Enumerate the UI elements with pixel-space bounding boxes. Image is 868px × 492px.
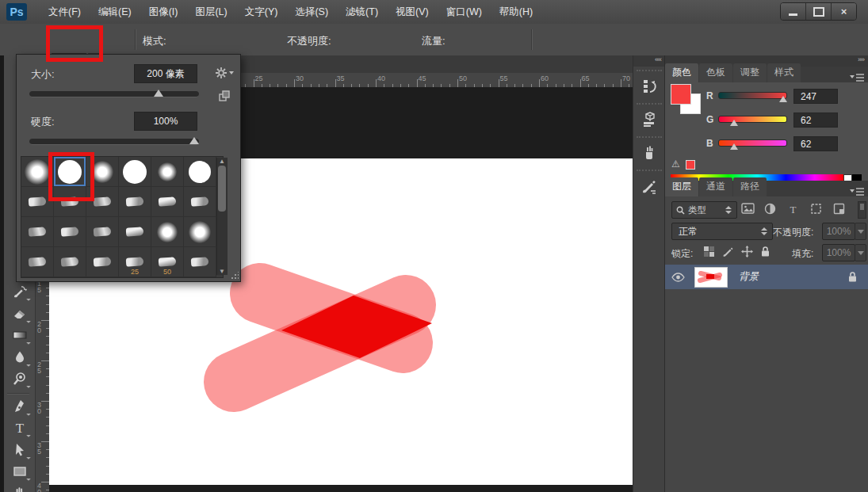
- channel-slider-thumb-B[interactable]: [730, 143, 738, 150]
- blend-mode-select-layers[interactable]: 正常: [671, 223, 773, 240]
- lock-position-icon[interactable]: [741, 246, 753, 257]
- panel-resize-grip[interactable]: [231, 272, 239, 280]
- scrollbar-thumb[interactable]: [218, 166, 226, 212]
- color-tab-色板[interactable]: 色板: [699, 63, 732, 82]
- channel-slider-R[interactable]: [718, 92, 787, 99]
- menu-文字Y[interactable]: 文字(Y): [236, 2, 287, 22]
- brush-preset-cell[interactable]: [184, 217, 216, 247]
- filter-shape-icon[interactable]: [810, 203, 822, 215]
- menu-窗口W[interactable]: 窗口(W): [438, 2, 491, 22]
- menu-图像I[interactable]: 图像(I): [140, 2, 187, 22]
- layers-opacity-caret[interactable]: [855, 223, 866, 240]
- channel-slider-B[interactable]: [718, 139, 787, 147]
- gamut-warning-icon[interactable]: ⚠: [671, 158, 680, 170]
- brush-preset-cell[interactable]: [151, 217, 184, 247]
- menu-视图V[interactable]: 视图(V): [387, 2, 438, 22]
- maximize-button[interactable]: [805, 3, 831, 20]
- layer-row-background[interactable]: 背景: [665, 265, 868, 289]
- brush-preset-cell[interactable]: [151, 187, 184, 217]
- channel-slider-thumb-R[interactable]: [779, 96, 787, 102]
- eraser-tool[interactable]: [10, 304, 30, 323]
- minimize-button[interactable]: [781, 3, 805, 20]
- menu-帮助H[interactable]: 帮助(H): [491, 2, 541, 22]
- brush-preset-cell[interactable]: [184, 157, 216, 187]
- hardness-field[interactable]: 100%: [134, 112, 197, 131]
- blur-tool[interactable]: [10, 348, 30, 367]
- brush-preset-cell[interactable]: [54, 217, 86, 247]
- dodge-tool[interactable]: [10, 369, 30, 388]
- hand-tool[interactable]: [10, 484, 30, 492]
- layers-tab-通道[interactable]: 通道: [699, 177, 732, 196]
- pen-tool[interactable]: [10, 397, 30, 416]
- gamut-color-swatch[interactable]: [686, 160, 695, 170]
- channel-slider-G[interactable]: [718, 116, 787, 123]
- properties-panel-button[interactable]: [637, 103, 662, 135]
- panel-menu-icon[interactable]: [850, 73, 864, 82]
- brush-preset-cell[interactable]: [21, 247, 54, 277]
- channel-value-G[interactable]: 62: [793, 113, 838, 128]
- channel-value-R[interactable]: 247: [793, 89, 838, 104]
- fill-caret[interactable]: [855, 244, 866, 261]
- brush-size-field[interactable]: 200 像素: [134, 64, 197, 83]
- scroll-up-icon[interactable]: ▲: [219, 158, 225, 165]
- brush-preset-cell[interactable]: [86, 217, 119, 247]
- collapse-dock-icon[interactable]: ««: [633, 55, 665, 67]
- brush-preset-cell[interactable]: 25: [119, 247, 151, 277]
- menu-编辑E[interactable]: 编辑(E): [90, 2, 140, 22]
- lock-transparent-pixels-icon[interactable]: [703, 246, 715, 257]
- rectangle-tool[interactable]: [10, 462, 30, 481]
- gradient-tool[interactable]: [10, 326, 30, 345]
- layers-tab-图层[interactable]: 图层: [665, 177, 698, 196]
- new-brush-preset-icon[interactable]: [216, 88, 232, 104]
- brush-preset-cell[interactable]: [54, 247, 86, 277]
- menu-滤镜T[interactable]: 滤镜(T): [337, 2, 387, 22]
- menu-文件F[interactable]: 文件(F): [40, 2, 90, 22]
- color-tab-样式[interactable]: 样式: [767, 63, 801, 82]
- color-tab-调整[interactable]: 调整: [733, 63, 767, 82]
- ruler-tick: [499, 79, 499, 87]
- brush-settings-panel-button[interactable]: [637, 170, 662, 201]
- hardness-slider[interactable]: [29, 139, 199, 145]
- scroll-down-icon[interactable]: ▼: [219, 268, 225, 275]
- close-button[interactable]: ×: [831, 3, 856, 20]
- channel-slider-thumb-G[interactable]: [730, 120, 738, 126]
- lock-image-pixels-icon[interactable]: [722, 246, 734, 257]
- tool-presets-panel-button[interactable]: [637, 136, 662, 168]
- brush-preset-cell[interactable]: [21, 217, 54, 247]
- color-tab-颜色[interactable]: 颜色: [665, 63, 698, 82]
- brush-preset-cell[interactable]: [119, 217, 151, 247]
- fill-value[interactable]: 100%: [822, 244, 855, 261]
- filter-toggle-switch[interactable]: [858, 201, 866, 219]
- filter-smart-object-icon[interactable]: [833, 203, 845, 215]
- size-slider-thumb[interactable]: [154, 90, 163, 97]
- layer-filter-type-select[interactable]: 类型: [671, 201, 737, 219]
- size-slider[interactable]: [29, 91, 199, 97]
- menu-选择S[interactable]: 选择(S): [286, 2, 337, 22]
- layers-tab-路径[interactable]: 路径: [733, 177, 767, 196]
- path-select-tool[interactable]: [10, 441, 30, 460]
- type-tool[interactable]: T: [10, 418, 30, 437]
- menu-图层L[interactable]: 图层(L): [186, 2, 235, 22]
- layers-opacity-value[interactable]: 100%: [822, 223, 855, 240]
- brush-preset-cell[interactable]: [184, 187, 216, 217]
- filter-type-icon[interactable]: T: [787, 203, 799, 215]
- lock-all-icon[interactable]: [760, 246, 770, 257]
- history-panel-button[interactable]: [637, 70, 662, 101]
- brush-preset-cell[interactable]: 50: [151, 247, 184, 277]
- brush-preset-cell[interactable]: [151, 157, 184, 187]
- hardness-slider-thumb[interactable]: [189, 137, 199, 144]
- brush-preset-cell[interactable]: [119, 187, 151, 217]
- brush-preset-cell[interactable]: [184, 247, 216, 277]
- panel-menu-icon[interactable]: [850, 187, 864, 196]
- brush-preset-cell[interactable]: [86, 247, 119, 277]
- filter-image-icon[interactable]: [741, 203, 755, 215]
- foreground-color-swatch[interactable]: [671, 84, 691, 105]
- filter-adjustment-icon[interactable]: [764, 203, 776, 215]
- brush-preset-cell[interactable]: [119, 157, 151, 187]
- layer-visibility-eye-icon[interactable]: [671, 273, 685, 282]
- history-brush-tool[interactable]: [10, 282, 30, 301]
- layer-thumbnail[interactable]: [694, 267, 728, 288]
- brush-grid-scrollbar[interactable]: ▲ ▼: [216, 158, 228, 275]
- gear-icon[interactable]: [215, 65, 234, 81]
- channel-value-B[interactable]: 62: [793, 136, 838, 151]
